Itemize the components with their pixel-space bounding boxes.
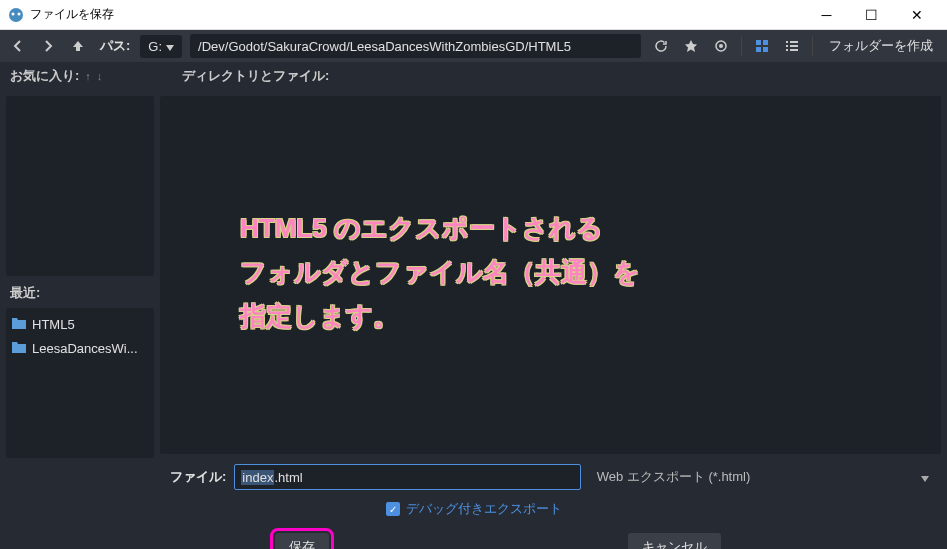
subheader: お気に入り: ↑ ↓ ディレクトリとファイル: — [0, 62, 947, 90]
forward-button[interactable] — [34, 32, 62, 60]
create-folder-button[interactable]: フォルダーを作成 — [819, 37, 943, 55]
svg-rect-6 — [763, 40, 768, 45]
file-filter-select[interactable]: Web エクスポート (*.html) — [589, 464, 937, 490]
path-input[interactable]: /Dev/Godot/SakuraCrowd/LeesaDancesWithZo… — [190, 34, 641, 58]
sort-up-icon[interactable]: ↑ — [85, 70, 91, 82]
svg-rect-10 — [790, 41, 798, 43]
drive-select[interactable]: G: — [140, 35, 182, 58]
chevron-down-icon — [921, 470, 929, 485]
divider — [741, 36, 742, 56]
file-label: ファイル: — [170, 468, 226, 486]
list-view-button[interactable] — [778, 32, 806, 60]
debug-checkbox[interactable]: ✓ — [386, 502, 400, 516]
cancel-button[interactable]: キャンセル — [628, 533, 721, 549]
favorite-button[interactable] — [677, 32, 705, 60]
window-title: ファイルを保存 — [30, 6, 804, 23]
item-label: LeesaDancesWi... — [32, 341, 138, 356]
minimize-button[interactable]: ─ — [804, 0, 849, 30]
svg-rect-11 — [786, 45, 788, 47]
item-label: HTML5 — [32, 317, 75, 332]
folder-icon — [12, 340, 26, 356]
svg-point-0 — [9, 8, 23, 22]
toolbar: パス: G: /Dev/Godot/SakuraCrowd/LeesaDance… — [0, 30, 947, 62]
svg-point-2 — [18, 12, 21, 15]
show-hidden-button[interactable] — [707, 32, 735, 60]
list-item[interactable]: HTML5 — [6, 312, 154, 336]
maximize-button[interactable]: ☐ — [849, 0, 894, 30]
favorites-panel — [6, 96, 154, 276]
annotation-line: 指定します。 — [240, 294, 640, 338]
close-button[interactable]: ✕ — [894, 0, 939, 30]
sort-down-icon[interactable]: ↓ — [97, 70, 103, 82]
grid-view-button[interactable] — [748, 32, 776, 60]
refresh-button[interactable] — [647, 32, 675, 60]
debug-label: デバッグ付きエクスポート — [406, 500, 562, 518]
annotation-line: フォルダとファイル名（共通）を — [240, 250, 640, 294]
filter-value: Web エクスポート (*.html) — [597, 468, 751, 486]
recent-label: 最近: — [6, 276, 154, 308]
path-value: /Dev/Godot/SakuraCrowd/LeesaDancesWithZo… — [198, 39, 571, 54]
debug-export-row: ✓ デバッグ付きエクスポート — [0, 494, 947, 524]
folder-icon — [12, 316, 26, 332]
app-icon — [8, 7, 24, 23]
svg-rect-5 — [756, 40, 761, 45]
list-item[interactable]: LeesaDancesWi... — [6, 336, 154, 360]
svg-rect-12 — [790, 45, 798, 47]
back-button[interactable] — [4, 32, 32, 60]
favorites-label: お気に入り: — [10, 67, 79, 85]
divider — [812, 36, 813, 56]
svg-point-1 — [12, 12, 15, 15]
drive-value: G: — [148, 39, 162, 54]
save-button-highlight: 保存 — [270, 528, 334, 549]
filename-input[interactable]: index.html — [234, 464, 580, 490]
filename-row: ファイル: index.html Web エクスポート (*.html) — [0, 460, 947, 494]
main-area: 最近: HTML5 LeesaDancesWi... HTML5 のエクスポート… — [0, 90, 947, 460]
titlebar: ファイルを保存 ─ ☐ ✕ — [0, 0, 947, 30]
annotation-overlay: HTML5 のエクスポートされる フォルダとファイル名（共通）を 指定します。 — [240, 206, 640, 339]
svg-rect-7 — [756, 47, 761, 52]
filename-selected: index — [241, 470, 274, 485]
annotation-line: HTML5 のエクスポートされる — [240, 206, 640, 250]
file-list-area[interactable]: HTML5 のエクスポートされる フォルダとファイル名（共通）を 指定します。 — [160, 96, 941, 454]
up-button[interactable] — [64, 32, 92, 60]
svg-rect-8 — [763, 47, 768, 52]
chevron-down-icon — [166, 39, 174, 54]
button-row: 保存 キャンセル — [0, 524, 947, 549]
svg-rect-9 — [786, 41, 788, 43]
path-label: パス: — [94, 37, 136, 55]
recent-list: HTML5 LeesaDancesWi... — [6, 308, 154, 458]
favorites-header: お気に入り: ↑ ↓ — [10, 67, 170, 85]
window-controls: ─ ☐ ✕ — [804, 0, 939, 30]
svg-rect-13 — [786, 49, 788, 51]
sidebar: 最近: HTML5 LeesaDancesWi... — [0, 90, 160, 460]
save-button[interactable]: 保存 — [275, 533, 329, 549]
svg-rect-14 — [790, 49, 798, 51]
svg-point-4 — [719, 44, 723, 48]
filename-rest: .html — [274, 470, 302, 485]
dir-files-label: ディレクトリとファイル: — [170, 67, 329, 85]
